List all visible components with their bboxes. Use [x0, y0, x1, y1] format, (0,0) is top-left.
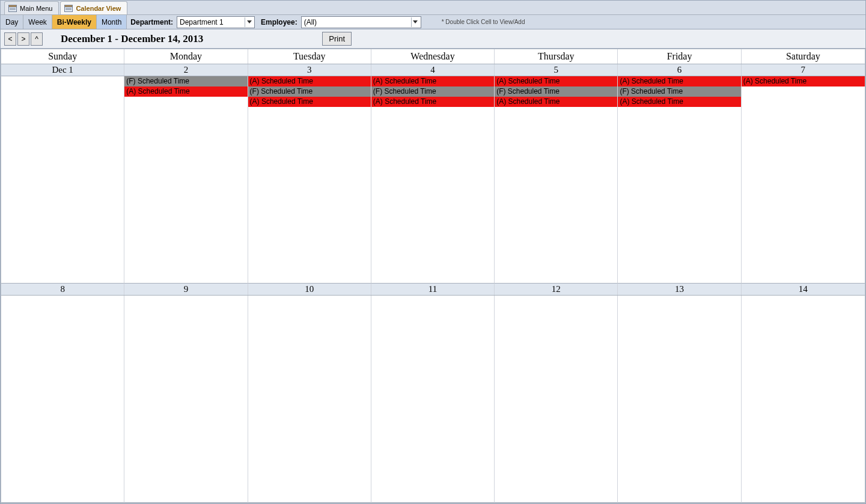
department-combo[interactable]: Department 1 [177, 16, 255, 28]
day-cell[interactable] [248, 296, 371, 503]
nav-up-button[interactable]: ^ [31, 32, 43, 46]
date-cell: 9 [124, 284, 248, 295]
day-cell[interactable] [124, 296, 248, 503]
nav-prev-button[interactable]: < [4, 32, 16, 46]
date-cell: 8 [1, 284, 124, 295]
print-button[interactable]: Print [322, 32, 352, 46]
date-range: December 1 - December 14, 2013 [61, 33, 203, 45]
tab-label: Main Menu [20, 5, 52, 12]
tab-label: Calendar View [76, 5, 121, 12]
calendar-event[interactable]: (F) Scheduled Time [618, 87, 740, 97]
tab-main-menu[interactable]: Main Menu [4, 1, 59, 14]
calendar-event[interactable]: (F) Scheduled Time [124, 76, 247, 87]
calendar-event[interactable]: (A) Scheduled Time [248, 97, 371, 107]
department-label: Department: [127, 18, 177, 26]
date-cell: 6 [618, 64, 741, 76]
employee-combo[interactable]: (All) [301, 16, 421, 28]
tab-calendar-view[interactable]: Calendar View [60, 1, 127, 14]
week1-body: (F) Scheduled Time(A) Scheduled Time(A) … [1, 76, 865, 284]
date-cell: 7 [742, 64, 865, 76]
date-cell: 14 [742, 284, 865, 295]
date-cell: 11 [371, 284, 495, 295]
dow-wednesday: Wednesday [371, 49, 495, 64]
date-cell: 12 [495, 284, 618, 295]
calendar-event[interactable]: (A) Scheduled Time [371, 76, 494, 87]
calendar-event[interactable]: (F) Scheduled Time [248, 87, 371, 97]
form-icon [8, 5, 17, 12]
chevron-down-icon [245, 17, 253, 27]
week2-date-row: 8 9 10 11 12 13 14 [1, 284, 865, 296]
view-toolbar: Day Week Bi-Weekly Month Department: Dep… [1, 15, 865, 29]
day-cell[interactable] [1, 76, 124, 284]
chevron-down-icon [411, 17, 419, 27]
date-header: < > ^ December 1 - December 14, 2013 Pri… [1, 29, 865, 49]
date-cell: 2 [124, 64, 248, 76]
day-cell[interactable]: (A) Scheduled Time [742, 76, 865, 284]
dow-sunday: Sunday [1, 49, 124, 64]
view-biweekly-button[interactable]: Bi-Weekly [52, 15, 97, 29]
calendar-event[interactable]: (A) Scheduled Time [618, 97, 740, 107]
day-cell[interactable]: (A) Scheduled Time(F) Scheduled Time(A) … [371, 76, 495, 284]
day-cell[interactable]: (F) Scheduled Time(A) Scheduled Time [124, 76, 248, 284]
department-value: Department 1 [180, 18, 245, 26]
dow-saturday: Saturday [742, 49, 865, 64]
day-cell[interactable]: (A) Scheduled Time(F) Scheduled Time(A) … [618, 76, 741, 284]
nav-next-button[interactable]: > [17, 32, 29, 46]
date-cell: 5 [495, 64, 618, 76]
calendar-event[interactable]: (A) Scheduled Time [495, 76, 617, 87]
tab-bar: Main Menu Calendar View [1, 1, 865, 15]
calendar-event[interactable]: (A) Scheduled Time [742, 76, 865, 87]
calendar-event[interactable]: (F) Scheduled Time [371, 87, 494, 97]
calendar-event[interactable]: (F) Scheduled Time [495, 87, 617, 97]
day-of-week-row: Sunday Monday Tuesday Wednesday Thursday… [1, 49, 865, 64]
day-cell[interactable] [1, 296, 124, 503]
calendar-event[interactable]: (A) Scheduled Time [124, 87, 247, 97]
date-cell: 4 [371, 64, 495, 76]
dow-thursday: Thursday [495, 49, 618, 64]
dow-tuesday: Tuesday [248, 49, 371, 64]
dow-friday: Friday [618, 49, 741, 64]
date-cell: 10 [248, 284, 371, 295]
week2-body [1, 296, 865, 503]
day-cell[interactable]: (A) Scheduled Time(F) Scheduled Time(A) … [495, 76, 618, 284]
week1-date-row: Dec 1 2 3 4 5 6 7 [1, 64, 865, 76]
employee-value: (All) [304, 18, 411, 26]
date-cell: 13 [618, 284, 741, 295]
view-month-button[interactable]: Month [97, 15, 127, 29]
dow-monday: Monday [124, 49, 248, 64]
date-cell: 3 [248, 64, 371, 76]
svg-rect-1 [9, 5, 17, 7]
day-cell[interactable] [742, 296, 865, 503]
employee-label: Employee: [257, 18, 301, 26]
svg-rect-5 [65, 5, 73, 7]
svg-marker-8 [247, 20, 252, 23]
form-icon [64, 5, 73, 12]
calendar-event[interactable]: (A) Scheduled Time [371, 97, 494, 107]
day-cell[interactable] [371, 296, 495, 503]
app-window: Main Menu Calendar View Day Week Bi-Week… [0, 0, 866, 504]
view-day-button[interactable]: Day [1, 15, 23, 29]
svg-marker-9 [413, 20, 418, 23]
calendar-event[interactable]: (A) Scheduled Time [618, 76, 740, 87]
calendar-event[interactable]: (A) Scheduled Time [495, 97, 617, 107]
calendar-grid: Sunday Monday Tuesday Wednesday Thursday… [1, 49, 865, 503]
date-cell: Dec 1 [1, 64, 124, 76]
calendar-event[interactable]: (A) Scheduled Time [248, 76, 371, 87]
day-cell[interactable]: (A) Scheduled Time(F) Scheduled Time(A) … [248, 76, 371, 284]
day-cell[interactable] [495, 296, 618, 503]
hint-text: * Double Click Cell to View/Add [442, 19, 525, 25]
day-cell[interactable] [618, 296, 741, 503]
view-week-button[interactable]: Week [23, 15, 52, 29]
